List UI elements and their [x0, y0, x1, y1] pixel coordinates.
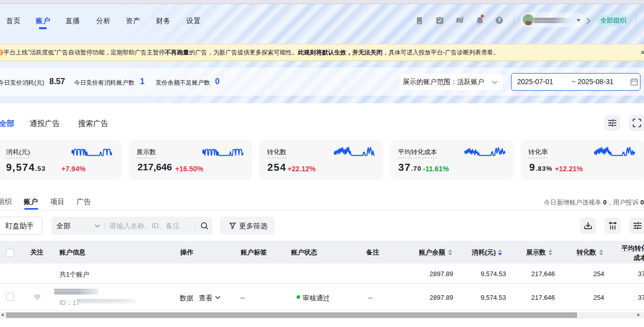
svg-text:?: ? [497, 18, 500, 23]
